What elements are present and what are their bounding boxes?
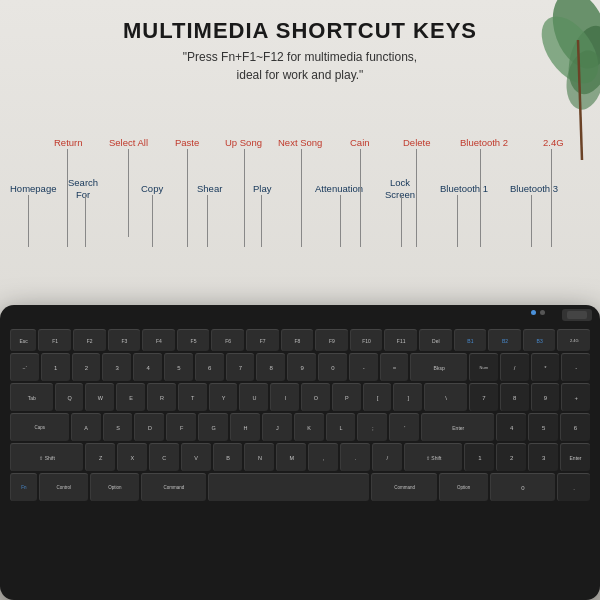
key-b2: B2: [488, 329, 521, 351]
label-delete: Delete: [403, 137, 430, 149]
number-row: ~` 1 2 3 4 5 6 7 8 9 0 - = Bksp Num / *: [10, 353, 590, 381]
label-select-all: Select All: [109, 137, 148, 149]
key-f: F: [166, 413, 196, 441]
key-1: 1: [41, 353, 70, 381]
key-h: H: [230, 413, 260, 441]
key-tilde: ~`: [10, 353, 39, 381]
label-bluetooth2: Bluetooth 2: [460, 137, 508, 149]
key-y: Y: [209, 383, 238, 411]
keyboard: Esc F1 F2 F3 F4 F5 F6 F7 F8 F9 F10 F11 D…: [0, 305, 600, 600]
line-24g: [551, 149, 552, 247]
line-bt2: [480, 149, 481, 247]
key-cmd-l: Command: [141, 473, 206, 501]
line-bt1: [457, 195, 458, 247]
key-ctrl: Control: [39, 473, 88, 501]
key-f8: F8: [281, 329, 314, 351]
key-m: M: [276, 443, 306, 471]
label-homepage: Homepage: [10, 183, 56, 195]
key-cmd-r: Command: [371, 473, 436, 501]
annotations-area: Return Select All Paste Up Song Next Son…: [0, 135, 600, 260]
key-a: A: [71, 413, 101, 441]
key-0: 0: [318, 353, 347, 381]
key-nummul: *: [531, 353, 560, 381]
key-numplus: +: [561, 383, 590, 411]
key-num5: 5: [528, 413, 558, 441]
key-6: 6: [195, 353, 224, 381]
key-d: D: [134, 413, 164, 441]
key-o: O: [301, 383, 330, 411]
key-24g: 2.4G: [557, 329, 590, 351]
label-shear: Shear: [197, 183, 222, 195]
line-shear: [207, 195, 208, 247]
key-numlock: Num: [469, 353, 498, 381]
key-num9: 9: [531, 383, 560, 411]
key-lbracket: [: [363, 383, 392, 411]
key-z: Z: [85, 443, 115, 471]
key-semicolon: ;: [357, 413, 387, 441]
line-up-song: [244, 149, 245, 247]
line-searchfor: [85, 195, 86, 247]
key-l: L: [326, 413, 356, 441]
label-cain: Cain: [350, 137, 370, 149]
key-minus: -: [349, 353, 378, 381]
line-homepage: [28, 195, 29, 247]
label-attenuation: Attenuation: [315, 183, 363, 195]
key-f4: F4: [142, 329, 175, 351]
label-play: Play: [253, 183, 271, 195]
key-space: [208, 473, 369, 501]
key-backslash: \: [424, 383, 467, 411]
key-lshift: ⇧ Shift: [10, 443, 83, 471]
kb-body: Esc F1 F2 F3 F4 F5 F6 F7 F8 F9 F10 F11 D…: [0, 321, 600, 600]
line-lockscreen: [401, 195, 402, 247]
power-button-area: [562, 309, 592, 321]
key-comma: ,: [308, 443, 338, 471]
indicator-lights: [531, 310, 545, 315]
asdf-row: Caps A S D F G H J K L ; ' Enter 4 5 6: [10, 413, 590, 441]
key-g: G: [198, 413, 228, 441]
key-period: .: [340, 443, 370, 471]
label-copy: Copy: [141, 183, 163, 195]
key-3: 3: [102, 353, 131, 381]
key-u: U: [239, 383, 268, 411]
key-8: 8: [256, 353, 285, 381]
key-num8: 8: [500, 383, 529, 411]
key-p: P: [332, 383, 361, 411]
key-num1: 1: [464, 443, 494, 471]
key-i: I: [270, 383, 299, 411]
key-capslock: Caps: [10, 413, 69, 441]
key-quote: ': [389, 413, 419, 441]
key-numminus: -: [561, 353, 590, 381]
qwerty-row: Tab Q W E R T Y U I O P [ ] \ 7 8 9: [10, 383, 590, 411]
key-x: X: [117, 443, 147, 471]
label-search-for: SearchFor: [68, 177, 98, 201]
key-f5: F5: [177, 329, 210, 351]
key-f10: F10: [350, 329, 383, 351]
key-option-r: Option: [439, 473, 488, 501]
line-delete: [416, 149, 417, 247]
key-num7: 7: [469, 383, 498, 411]
switch: [567, 311, 587, 319]
key-r: R: [147, 383, 176, 411]
key-w: W: [85, 383, 114, 411]
key-f9: F9: [315, 329, 348, 351]
key-b: B: [213, 443, 243, 471]
key-9: 9: [287, 353, 316, 381]
key-rshift: ⇧ Shift: [404, 443, 463, 471]
key-f1: F1: [38, 329, 71, 351]
label-next-song: Next Song: [278, 137, 322, 149]
key-f3: F3: [108, 329, 141, 351]
key-k: K: [294, 413, 324, 441]
line-bt3: [531, 195, 532, 247]
key-numdot: .: [557, 473, 590, 501]
key-option-l: Option: [90, 473, 139, 501]
light-1: [531, 310, 536, 315]
keyboard-body: Esc F1 F2 F3 F4 F5 F6 F7 F8 F9 F10 F11 D…: [0, 305, 600, 600]
key-num2: 2: [496, 443, 526, 471]
key-b3: B3: [523, 329, 556, 351]
key-5: 5: [164, 353, 193, 381]
line-next-song: [301, 149, 302, 247]
key-slash: /: [372, 443, 402, 471]
key-e: E: [116, 383, 145, 411]
key-t: T: [178, 383, 207, 411]
key-equals: =: [380, 353, 409, 381]
